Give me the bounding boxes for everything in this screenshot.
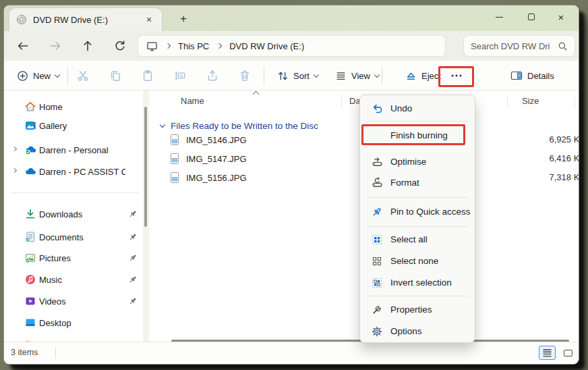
item-count: 3 items: [11, 348, 38, 357]
details-view-toggle[interactable]: [539, 346, 556, 360]
sidebar-scrollbar[interactable]: [143, 90, 149, 342]
menu-separator: [368, 121, 469, 122]
breadcrumb-this-pc[interactable]: This PC: [178, 41, 209, 51]
sort-button[interactable]: Sort: [271, 65, 324, 86]
tab-close-icon[interactable]: ×: [143, 14, 155, 26]
new-label: New: [33, 71, 51, 81]
sidebar-item-videos[interactable]: Videos: [7, 292, 140, 311]
menu-item-pin-to-quick-access[interactable]: Pin to Quick access: [363, 201, 473, 222]
title-bar: DVD RW Drive (E:) × + ×: [4, 5, 579, 31]
videos-icon: [22, 295, 39, 307]
explorer-window: DVD RW Drive (E:) × + × This PC DVD RW: [4, 5, 579, 364]
cut-icon[interactable]: [75, 68, 91, 84]
menu-item-optimise[interactable]: Optimise: [363, 151, 473, 172]
documents-icon: [22, 231, 39, 243]
search-text: Search DVD RW Dri: [471, 41, 550, 51]
delete-icon[interactable]: [237, 68, 253, 84]
sidebar-item-onedrive-business[interactable]: Darren - PC ASSIST ONLINE: [7, 162, 140, 181]
search-icon[interactable]: [558, 41, 568, 51]
format-drive-icon: [369, 177, 385, 188]
pin-icon: [125, 275, 140, 284]
sidebar-item-music[interactable]: Music: [7, 270, 140, 289]
sidebar-item-pictures[interactable]: Pictures: [7, 248, 140, 267]
new-button[interactable]: New: [11, 65, 65, 86]
search-input[interactable]: Search DVD RW Dri: [464, 36, 575, 56]
file-size: 6,925 KB: [484, 134, 579, 144]
menu-item-select-none[interactable]: Select none: [363, 250, 473, 271]
column-separator[interactable]: [341, 95, 342, 108]
eject-icon: [405, 70, 417, 82]
music-icon: [22, 273, 39, 286]
sidebar-item-downloads[interactable]: Downloads: [7, 205, 140, 223]
file-name: IMG_5147.JPG: [186, 154, 247, 164]
menu-item-undo[interactable]: Undo: [363, 98, 473, 119]
sidebar-item-desktop[interactable]: Desktop: [7, 313, 140, 332]
sidebar-item-home[interactable]: Home: [7, 97, 140, 116]
share-icon[interactable]: [204, 68, 220, 84]
rename-icon[interactable]: A: [172, 68, 188, 84]
sidebar-item-onedrive-personal[interactable]: Darren - Personal: [7, 140, 140, 159]
column-separator[interactable]: [507, 95, 508, 108]
new-tab-button[interactable]: +: [175, 11, 192, 27]
view-label: View: [351, 71, 370, 81]
desktop-icon: [22, 317, 39, 329]
sidebar-item-documents[interactable]: Documents: [7, 228, 140, 246]
sidebar-item-gallery[interactable]: Gallery: [7, 116, 140, 135]
minimize-button[interactable]: [486, 5, 512, 28]
toolbar-divider: [67, 67, 68, 84]
menu-separator: [368, 296, 469, 296]
menu-item-format[interactable]: Format: [363, 172, 473, 193]
chevron-right-icon[interactable]: [11, 147, 16, 151]
select-all-icon: [369, 234, 385, 245]
pin-icon: [125, 296, 140, 306]
details-button[interactable]: Details: [504, 65, 560, 86]
breadcrumb[interactable]: This PC DVD RW Drive (E:): [138, 36, 445, 56]
maximize-button[interactable]: [518, 5, 545, 28]
refresh-icon[interactable]: [112, 38, 128, 54]
pin-icon: [125, 232, 140, 242]
undo-icon: [369, 103, 385, 114]
sort-icon: [277, 70, 289, 82]
tab-title: DVD RW Drive (E:): [33, 15, 137, 25]
image-file-icon: [167, 134, 182, 146]
invert-selection-icon: [369, 278, 385, 288]
new-plus-icon: [17, 70, 28, 82]
up-icon[interactable]: [80, 38, 96, 54]
paste-icon[interactable]: [140, 68, 156, 84]
view-button[interactable]: View: [329, 65, 385, 86]
copy-icon[interactable]: [107, 68, 123, 84]
breadcrumb-drive[interactable]: DVD RW Drive (E:): [229, 41, 304, 51]
sidebar-scrollbar-thumb[interactable]: [144, 107, 147, 227]
menu-item-select-all[interactable]: Select all: [363, 229, 473, 250]
file-size: 7,318 KB: [484, 172, 579, 182]
menu-item-options[interactable]: Options: [363, 321, 473, 342]
close-button[interactable]: ×: [548, 5, 575, 28]
explorer-tab[interactable]: DVD RW Drive (E:) ×: [9, 8, 162, 31]
view-icon: [335, 70, 347, 82]
file-size: 6,416 KB: [484, 153, 579, 163]
chevron-right-icon[interactable]: [11, 168, 16, 173]
column-header-size[interactable]: Size: [522, 96, 539, 106]
chevron-right-icon: [216, 43, 222, 49]
status-bar: 3 items: [4, 342, 579, 364]
sidebar-item-side-menu[interactable]: side-menu: [7, 335, 140, 342]
details-pane-icon: [510, 70, 523, 82]
chevron-down-icon[interactable]: [160, 122, 165, 127]
forward-icon[interactable]: [47, 38, 63, 54]
file-name: IMG_5156.JPG: [186, 173, 247, 183]
back-icon[interactable]: [15, 38, 31, 54]
chevron-down-icon: [374, 72, 380, 77]
sort-label: Sort: [293, 71, 310, 81]
menu-item-properties[interactable]: Properties: [363, 299, 473, 320]
column-separator[interactable]: [575, 95, 575, 108]
column-header-name[interactable]: Name: [181, 96, 204, 106]
image-file-icon: [167, 171, 182, 184]
chevron-right-icon: [165, 43, 171, 49]
home-icon: [22, 101, 39, 113]
file-name: IMG_5146.JPG: [186, 135, 247, 145]
menu-item-invert-selection[interactable]: Invert selection: [363, 272, 473, 293]
thumbnail-view-toggle[interactable]: [560, 346, 577, 360]
pin-icon: [369, 207, 385, 217]
toolbar-divider: [382, 67, 382, 84]
details-label: Details: [527, 71, 554, 81]
